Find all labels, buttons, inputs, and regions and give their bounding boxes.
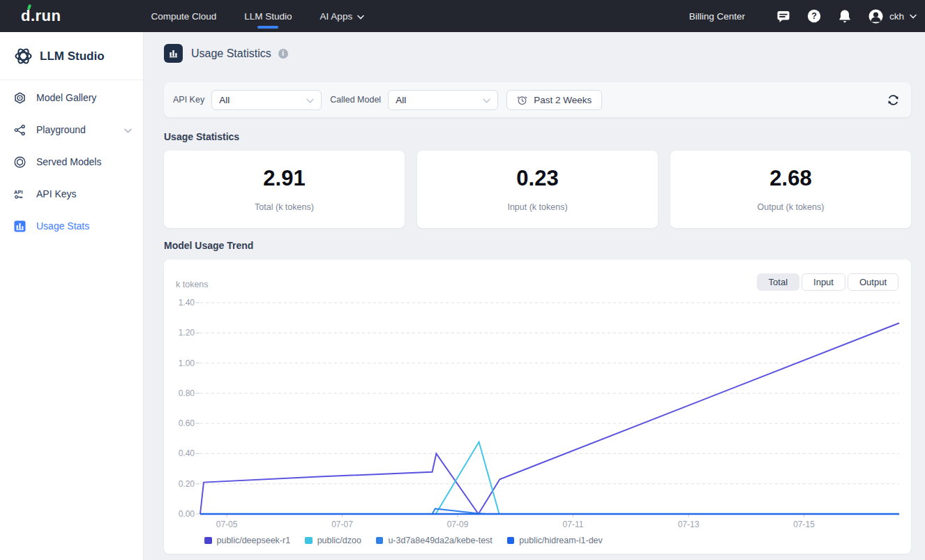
navbar: d.run Compute Cloud LLM Studio AI Apps B… [0, 0, 925, 32]
svg-text:07-05: 07-05 [216, 520, 238, 529]
svg-text:0.40: 0.40 [179, 448, 195, 458]
trend-section-title: Model Usage Trend [164, 240, 911, 251]
chevron-down-icon [306, 93, 314, 106]
stats-section-title: Usage Statistics [164, 131, 911, 142]
legend-item[interactable]: u-3d7a8e49da2a/kebe-test [376, 536, 492, 545]
logo[interactable]: d.run [21, 7, 61, 25]
nav-item-llm-studio[interactable]: LLM Studio [244, 1, 292, 31]
llm-studio-logo-icon [14, 47, 33, 66]
logo-leaf-icon [27, 4, 31, 10]
called-model-value: All [396, 95, 406, 105]
svg-text:0.60: 0.60 [179, 418, 195, 428]
sidebar-item-served-models[interactable]: Served Models [0, 146, 143, 178]
sidebar-divider [0, 80, 143, 80]
legend-swatch [376, 537, 384, 545]
date-range-value: Past 2 Weeks [534, 95, 592, 105]
stat-cards: 2.91 Total (k tokens) 0.23 Input (k toke… [164, 151, 911, 228]
api-key-label: API Key [173, 95, 204, 105]
sidebar-item-api-keys[interactable]: API API Keys [0, 178, 143, 210]
stat-value: 2.91 [263, 166, 305, 191]
api-key-value: All [219, 95, 230, 105]
alarm-clock-icon [517, 95, 527, 105]
help-icon[interactable]: ? [806, 8, 822, 24]
sidebar-item-label: Served Models [36, 156, 101, 167]
bell-icon[interactable] [837, 8, 852, 24]
nav-menu: Compute Cloud LLM Studio AI Apps [151, 1, 365, 31]
svg-text:0.20: 0.20 [179, 479, 195, 489]
svg-text:0.00: 0.00 [179, 509, 195, 519]
trend-chart-card: k tokens Total Input Output 0.000.200.40… [164, 259, 911, 554]
legend-swatch [507, 537, 515, 545]
svg-text:?: ? [811, 11, 817, 21]
svg-text:07-09: 07-09 [447, 520, 469, 529]
svg-text:1.00: 1.00 [179, 358, 195, 368]
nav-item-ai-apps[interactable]: AI Apps [320, 1, 365, 31]
svg-text:1.40: 1.40 [179, 298, 195, 308]
sidebar-item-label: Model Gallery [36, 92, 96, 103]
sidebar-item-label: Playground [36, 124, 86, 135]
stat-label: Input (k tokens) [507, 202, 567, 212]
username: ckh [889, 11, 904, 22]
svg-text:1.20: 1.20 [179, 328, 195, 338]
playground-icon [14, 124, 26, 136]
model-gallery-icon [14, 92, 26, 104]
legend-label: u-3d7a8e49da2a/kebe-test [388, 536, 492, 545]
user-menu[interactable]: ckh [868, 8, 917, 24]
called-model-select[interactable]: All [388, 90, 498, 110]
served-models-icon [14, 156, 26, 168]
svg-text:07-11: 07-11 [563, 520, 584, 529]
filter-bar: API Key All Called Model All Past 2 Week… [164, 82, 911, 117]
sidebar-item-label: Usage Stats [36, 220, 89, 232]
stat-label: Total (k tokens) [255, 202, 314, 212]
sidebar-item-usage-stats[interactable]: Usage Stats [0, 210, 143, 242]
chevron-down-icon [124, 123, 132, 136]
legend-label: public/deepseek-r1 [217, 536, 291, 545]
sidebar-item-model-gallery[interactable]: Model Gallery [0, 82, 143, 114]
svg-text:07-15: 07-15 [793, 520, 815, 529]
api-key-select[interactable]: All [211, 90, 322, 110]
stat-value: 0.23 [516, 166, 558, 191]
sidebar: LLM Studio Model Gallery Playground Serv… [0, 32, 144, 560]
usage-stats-icon [14, 220, 26, 232]
usage-statistics-icon [164, 44, 183, 63]
chevron-down-icon [357, 11, 364, 22]
refresh-icon[interactable] [887, 93, 900, 107]
date-range-button[interactable]: Past 2 Weeks [506, 90, 602, 110]
stat-card-output: 2.68 Output (k tokens) [670, 151, 911, 228]
stat-label: Output (k tokens) [758, 202, 825, 212]
avatar [868, 8, 884, 24]
sidebar-menu: Model Gallery Playground Served Models A… [0, 82, 143, 242]
svg-text:07-07: 07-07 [331, 520, 353, 529]
legend-swatch [204, 537, 212, 545]
page-title: Usage Statistics [191, 47, 271, 60]
stat-card-total: 2.91 Total (k tokens) [164, 151, 405, 228]
legend-item[interactable]: public/deepseek-r1 [204, 536, 290, 545]
sidebar-item-label: API Keys [36, 188, 77, 199]
chevron-down-icon [483, 93, 490, 106]
page-header: Usage Statistics i [164, 44, 911, 63]
legend-label: public/hidream-i1-dev [519, 536, 603, 545]
message-icon[interactable] [776, 8, 791, 24]
legend-label: public/dzoo [317, 536, 361, 545]
nav-item-compute-cloud[interactable]: Compute Cloud [151, 1, 217, 31]
sidebar-title: LLM Studio [40, 50, 105, 63]
svg-text:07-13: 07-13 [678, 520, 700, 529]
usage-trend-chart: 0.000.200.400.600.801.001.201.4007-0507-… [164, 259, 911, 554]
stat-value: 2.68 [769, 166, 811, 191]
svg-text:0.80: 0.80 [179, 388, 195, 398]
called-model-label: Called Model [330, 95, 381, 105]
main-content: Usage Statistics i API Key All Called Mo… [144, 32, 925, 560]
stat-card-input: 0.23 Input (k tokens) [417, 151, 658, 228]
nav-right: Billing Center ? ckh [689, 8, 917, 24]
legend-swatch [305, 537, 313, 545]
svg-text:API: API [14, 189, 23, 195]
legend-item[interactable]: public/dzoo [305, 536, 361, 545]
api-keys-icon: API [14, 188, 26, 200]
chart-legend: public/deepseek-r1public/dzoou-3d7a8e49d… [204, 536, 603, 545]
nav-item-billing-center[interactable]: Billing Center [689, 11, 745, 22]
chevron-down-icon [910, 14, 917, 19]
sidebar-item-playground[interactable]: Playground [0, 114, 143, 146]
info-icon[interactable]: i [278, 49, 288, 59]
sidebar-header: LLM Studio [14, 47, 132, 66]
legend-item[interactable]: public/hidream-i1-dev [507, 536, 603, 545]
